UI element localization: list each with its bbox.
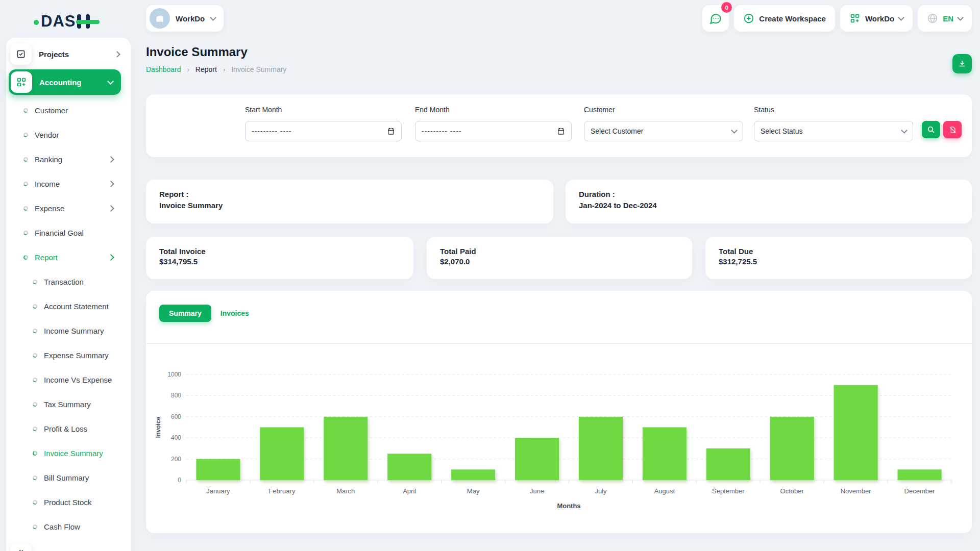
total-paid-card: Total Paid $2,070.0 — [427, 237, 692, 279]
bullet-icon — [32, 450, 38, 456]
sidebar-item-transaction[interactable]: Transaction — [6, 269, 131, 294]
bullet-icon — [32, 352, 38, 358]
page-title: Invoice Summary — [146, 45, 248, 59]
sidebar-item-profit-loss[interactable]: Profit & Loss — [6, 416, 131, 441]
tab-divider — [146, 343, 972, 344]
report-info-label: Report : — [159, 190, 540, 198]
bar-August[interactable] — [643, 428, 687, 481]
duration-info-label: Duration : — [579, 190, 959, 198]
bullet-icon — [23, 205, 29, 211]
x-tick-label: August — [654, 487, 675, 495]
bar-November[interactable] — [834, 385, 878, 480]
end-month-group: End Month --------- ---- — [415, 94, 572, 157]
duration-info-value: Jan-2024 to Dec-2024 — [579, 201, 959, 210]
sidebar-item-income-summary[interactable]: Income Summary — [6, 318, 131, 343]
checkbox-icon — [10, 43, 32, 65]
x-tick-label: March — [336, 487, 355, 495]
chevron-right-icon — [108, 205, 114, 212]
chevron-right-icon — [114, 51, 120, 58]
x-tick-label: December — [904, 487, 936, 495]
tab-invoices[interactable]: Invoices — [220, 309, 249, 317]
sidebar-item-financial-goal[interactable]: Financial Goal — [6, 220, 131, 245]
chevron-down-icon — [898, 14, 904, 21]
sidebar-item-product-stock[interactable]: Product Stock — [6, 490, 131, 514]
bar-April[interactable] — [387, 454, 431, 480]
y-tick-label: 200 — [171, 456, 181, 463]
bar-May[interactable] — [451, 469, 495, 480]
download-button[interactable] — [952, 54, 972, 73]
report-info-value: Invoice Summary — [159, 201, 540, 210]
building-icon — [155, 13, 165, 23]
calendar-icon — [557, 127, 565, 135]
start-month-input[interactable]: --------- ---- — [245, 121, 402, 141]
end-month-input[interactable]: --------- ---- — [415, 121, 572, 141]
workspace-selector[interactable]: WorkDo — [146, 5, 224, 32]
sidebar: Projects Accounting Customer Vendor Bank… — [6, 38, 131, 551]
sidebar-item-customer[interactable]: Customer — [6, 98, 131, 122]
customer-select[interactable]: Select Customer — [584, 121, 743, 141]
workspace-avatar — [150, 8, 170, 29]
sidebar-item-account-statement[interactable]: Account Statement — [6, 294, 131, 318]
sidebar-item-bill-summary[interactable]: Bill Summary — [6, 465, 131, 490]
sidebar-item-projects[interactable]: Projects — [10, 42, 126, 66]
accounting-submenu: Customer Vendor Banking Income Expense F… — [6, 98, 131, 539]
logo-dot — [34, 20, 39, 25]
bar-July[interactable] — [579, 417, 623, 480]
language-selector[interactable]: EN — [918, 5, 972, 32]
workdo-menu-label: WorkDo — [865, 14, 894, 23]
bar-March[interactable] — [324, 417, 368, 480]
create-workspace-button[interactable]: Create Workspace — [734, 5, 835, 32]
total-due-card: Total Due $312,725.5 — [705, 237, 972, 279]
bullet-icon — [32, 279, 38, 285]
chart-card: Summary Invoices 02004006008001000Januar… — [146, 291, 972, 533]
bar-January[interactable] — [196, 459, 240, 480]
create-workspace-label: Create Workspace — [759, 14, 826, 23]
sidebar-item-income-vs-expense[interactable]: Income Vs Expense — [6, 367, 131, 392]
y-tick-label: 600 — [171, 413, 181, 420]
sidebar-item-accounting[interactable]: Accounting — [9, 69, 121, 95]
status-select[interactable]: Select Status — [754, 121, 913, 141]
grid-plus-icon — [849, 13, 861, 24]
chevron-down-icon — [210, 14, 216, 21]
dash-logo[interactable]: DAS — [34, 12, 96, 31]
sidebar-item-income[interactable]: Income — [6, 171, 131, 196]
chevron-down-icon — [957, 14, 964, 21]
sidebar-item-vendor[interactable]: Vendor — [6, 122, 131, 147]
bar-February[interactable] — [260, 428, 304, 481]
notifications-button[interactable]: 0 — [702, 5, 729, 32]
user-focus-icon — [10, 543, 32, 551]
bar-June[interactable] — [515, 438, 559, 480]
x-tick-label: September — [712, 487, 745, 495]
search-button[interactable] — [922, 121, 940, 138]
sidebar-item-hrm[interactable]: HRM — [10, 542, 126, 551]
sidebar-item-invoice-summary[interactable]: Invoice Summary — [6, 441, 131, 465]
sidebar-item-banking[interactable]: Banking — [6, 147, 131, 171]
total-invoice-value: $314,795.5 — [159, 257, 400, 266]
bullet-icon — [32, 401, 38, 407]
chevron-down-icon — [901, 127, 908, 134]
sidebar-item-expense-summary[interactable]: Expense Summary — [6, 343, 131, 367]
bar-December[interactable] — [898, 469, 942, 480]
sidebar-item-label: Accounting — [39, 78, 108, 87]
bullet-icon — [23, 181, 29, 187]
bullet-icon — [32, 523, 38, 530]
reset-filter-button[interactable] — [943, 121, 962, 138]
logo-text: DAS — [41, 12, 76, 31]
customer-label: Customer — [584, 106, 615, 114]
download-icon — [958, 59, 967, 68]
sidebar-item-expense[interactable]: Expense — [6, 196, 131, 220]
bullet-icon — [32, 499, 38, 505]
chevron-right-icon — [108, 254, 114, 261]
bar-September[interactable] — [706, 448, 750, 480]
x-tick-label: January — [206, 487, 230, 495]
breadcrumb-dashboard[interactable]: Dashboard — [146, 65, 181, 73]
sidebar-item-tax-summary[interactable]: Tax Summary — [6, 392, 131, 416]
bar-October[interactable] — [770, 417, 814, 480]
clear-file-icon — [949, 126, 957, 134]
breadcrumb-report[interactable]: Report — [195, 65, 217, 73]
report-tabs: Summary Invoices — [159, 305, 249, 322]
sidebar-item-cash-flow[interactable]: Cash Flow — [6, 514, 131, 539]
sidebar-item-report[interactable]: Report — [6, 245, 131, 269]
workdo-menu-button[interactable]: WorkDo — [840, 5, 913, 32]
tab-summary[interactable]: Summary — [159, 305, 211, 322]
